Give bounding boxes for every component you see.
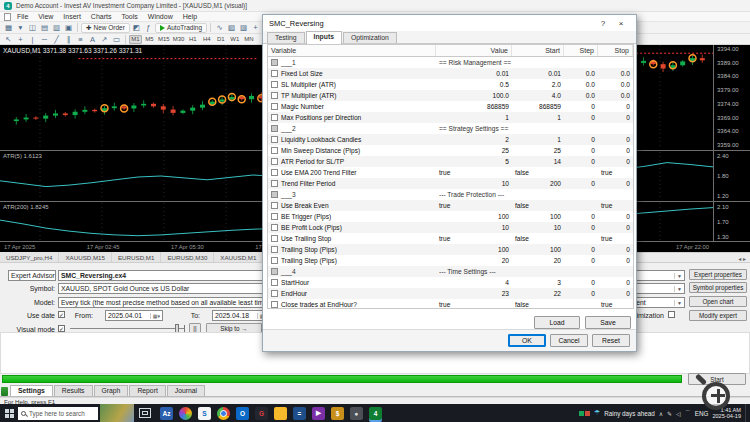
row-checkbox[interactable] — [271, 70, 278, 77]
market-watch-icon[interactable]: ◫ — [27, 23, 38, 33]
stop-cell[interactable]: true — [598, 301, 633, 308]
tester-tab-results[interactable]: Results — [54, 385, 93, 396]
timeframe-w1[interactable]: W1 — [228, 35, 241, 44]
indicators-icon[interactable]: ∿ — [214, 23, 225, 33]
value-cell[interactable]: 20 — [436, 257, 512, 264]
row-checkbox[interactable] — [271, 257, 278, 264]
value-cell[interactable]: true — [436, 169, 512, 176]
load-button[interactable]: Load — [534, 316, 580, 329]
timeframe-m1[interactable]: M1 — [129, 35, 142, 44]
value-cell[interactable]: 100 — [436, 213, 512, 220]
expert-properties-button[interactable]: Expert properties — [689, 269, 747, 280]
text-icon[interactable]: A — [87, 34, 98, 44]
app-mt4-icon[interactable]: 4 — [369, 407, 382, 420]
row-checkbox[interactable] — [271, 202, 278, 209]
stop-cell[interactable]: 0 — [598, 114, 633, 121]
timeframe-m5[interactable]: M5 — [143, 35, 156, 44]
table-row[interactable]: BE Trigger (Pips)10010000 — [268, 211, 633, 222]
hline-icon[interactable]: ─ — [39, 34, 50, 44]
row-checkbox[interactable] — [271, 279, 278, 286]
app-explorer-icon[interactable] — [274, 407, 287, 420]
stop-cell[interactable]: 0 — [598, 180, 633, 187]
value-cell[interactable]: 23 — [436, 290, 512, 297]
row-checkbox[interactable] — [271, 136, 278, 143]
value-cell[interactable]: --- Time Settings --- — [436, 268, 512, 275]
start-cell[interactable]: 100 — [512, 213, 564, 220]
table-row[interactable]: StartHour4300 — [268, 277, 633, 288]
stop-cell[interactable]: 0 — [598, 246, 633, 253]
row-checkbox[interactable] — [271, 191, 278, 198]
stop-cell[interactable]: 0 — [598, 290, 633, 297]
row-checkbox[interactable] — [271, 290, 278, 297]
timeframe-m30[interactable]: M30 — [172, 35, 186, 44]
table-row[interactable]: Fixed Lot Size0.010.010.00.0 — [268, 68, 633, 79]
row-checkbox[interactable] — [271, 224, 278, 231]
visual-mode-checkbox[interactable]: ✓ — [58, 325, 65, 332]
value-cell[interactable]: true — [436, 301, 512, 308]
mt4-tray-icon[interactable] — [579, 411, 590, 416]
save-button[interactable]: Save — [585, 316, 631, 329]
optimization-checkbox[interactable] — [668, 311, 675, 318]
trendline-icon[interactable]: ╱ — [51, 34, 62, 44]
menu-charts[interactable]: Charts — [87, 13, 116, 20]
app-az-icon[interactable]: Az — [160, 407, 173, 420]
table-row[interactable]: ___3--- Trade Protection --- — [268, 189, 633, 200]
row-checkbox[interactable] — [271, 301, 278, 308]
dialog-tab-inputs[interactable]: Inputs — [306, 31, 342, 44]
step-cell[interactable]: 0 — [564, 246, 598, 253]
app-calculator-icon[interactable]: = — [293, 407, 306, 420]
menu-window[interactable]: Window — [144, 13, 177, 20]
stop-cell[interactable]: 0 — [598, 136, 633, 143]
start-cell[interactable]: 25 — [512, 147, 564, 154]
stop-cell[interactable]: 0 — [598, 158, 633, 165]
value-cell[interactable]: 100 — [436, 246, 512, 253]
tester-tab-report[interactable]: Report — [129, 385, 165, 396]
start-cell[interactable]: 200 — [512, 180, 564, 187]
start-cell[interactable]: 22 — [512, 290, 564, 297]
step-cell[interactable]: 0.0 — [564, 92, 598, 99]
navigator-icon[interactable]: ▥ — [51, 23, 62, 33]
row-checkbox[interactable] — [271, 147, 278, 154]
stop-cell[interactable]: 0.0 — [598, 81, 633, 88]
table-row[interactable]: ATR Period for SL/TP51400 — [268, 156, 633, 167]
start-cell[interactable]: 100 — [512, 246, 564, 253]
step-cell[interactable]: 0 — [564, 224, 598, 231]
start-cell[interactable]: 1 — [512, 136, 564, 143]
start-cell[interactable]: 1 — [512, 114, 564, 121]
table-row[interactable]: EndHour232200 — [268, 288, 633, 299]
table-row[interactable]: Max Positions per Direction1100 — [268, 112, 633, 123]
menu-file[interactable]: File — [13, 13, 32, 20]
start-cell[interactable]: 868859 — [512, 103, 564, 110]
start-cell[interactable]: 2.0 — [512, 81, 564, 88]
open-chart-button[interactable]: Open chart — [689, 296, 747, 307]
value-cell[interactable]: 1 — [436, 114, 512, 121]
app-camera-icon[interactable]: ● — [350, 407, 363, 420]
shapes-icon[interactable]: ▭ — [111, 34, 122, 44]
start-button-windows[interactable] — [0, 404, 18, 422]
expert-advisors-icon[interactable]: ƒ — [143, 23, 154, 33]
stop-cell[interactable]: true — [598, 235, 633, 242]
app-browser-icon[interactable]: G — [255, 407, 268, 420]
row-checkbox[interactable] — [271, 180, 278, 187]
strategy-tester-icon[interactable]: ◩ — [131, 23, 142, 33]
stop-cell[interactable]: 0 — [598, 279, 633, 286]
stop-cell[interactable]: 0 — [598, 103, 633, 110]
step-cell[interactable]: 0 — [564, 213, 598, 220]
volume-icon[interactable]: ◁ — [676, 410, 681, 417]
start-cell[interactable]: 4.0 — [512, 92, 564, 99]
menu-tools[interactable]: Tools — [117, 13, 141, 20]
periods-icon[interactable]: ▧ — [226, 23, 237, 33]
step-cell[interactable]: 0 — [564, 136, 598, 143]
app-chrome-icon[interactable] — [217, 407, 230, 420]
step-cell[interactable]: 0 — [564, 103, 598, 110]
dialog-close-button[interactable]: × — [612, 16, 630, 30]
table-row[interactable]: Trend Filter Period1020000 — [268, 178, 633, 189]
value-cell[interactable]: 0.5 — [436, 81, 512, 88]
table-row[interactable]: ___2== Strategy Settings == — [268, 123, 633, 134]
dialog-tab-optimization[interactable]: Optimization — [343, 32, 397, 43]
tray-expand-icon[interactable]: ∧ — [659, 410, 663, 417]
start-cell[interactable]: 14 — [512, 158, 564, 165]
tester-tab-graph[interactable]: Graph — [94, 385, 129, 396]
cursor-icon[interactable]: ↖ — [3, 34, 14, 44]
weather-text[interactable]: Rainy days ahead — [604, 410, 654, 417]
